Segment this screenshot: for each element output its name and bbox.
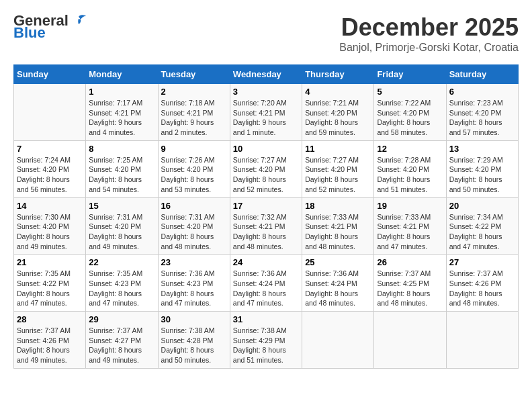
day-info: Sunrise: 7:37 AMSunset: 4:26 PMDaylight:…	[17, 326, 83, 365]
calendar-cell	[446, 312, 518, 369]
calendar-table: SundayMondayTuesdayWednesdayThursdayFrid…	[13, 64, 519, 369]
day-header-wednesday: Wednesday	[230, 65, 302, 84]
calendar-cell: 19Sunrise: 7:33 AMSunset: 4:21 PMDayligh…	[374, 197, 446, 255]
day-info: Sunrise: 7:32 AMSunset: 4:21 PMDaylight:…	[233, 212, 299, 252]
day-number: 12	[377, 144, 443, 154]
calendar-cell: 26Sunrise: 7:37 AMSunset: 4:25 PMDayligh…	[374, 255, 446, 312]
day-number: 20	[449, 201, 515, 211]
calendar-cell: 6Sunrise: 7:23 AMSunset: 4:20 PMDaylight…	[446, 84, 518, 141]
day-info: Sunrise: 7:38 AMSunset: 4:29 PMDaylight:…	[233, 326, 299, 365]
day-number: 4	[305, 87, 371, 97]
calendar-cell: 10Sunrise: 7:27 AMSunset: 4:20 PMDayligh…	[230, 140, 302, 197]
day-number: 28	[17, 314, 83, 324]
day-info: Sunrise: 7:26 AMSunset: 4:20 PMDaylight:…	[161, 155, 227, 195]
day-number: 30	[161, 314, 227, 324]
day-number: 6	[449, 87, 515, 97]
calendar-week-row: 7Sunrise: 7:24 AMSunset: 4:20 PMDaylight…	[14, 140, 519, 197]
day-info: Sunrise: 7:34 AMSunset: 4:22 PMDaylight:…	[449, 212, 515, 252]
calendar-cell: 4Sunrise: 7:21 AMSunset: 4:20 PMDaylight…	[302, 84, 374, 141]
calendar-cell: 11Sunrise: 7:27 AMSunset: 4:20 PMDayligh…	[302, 140, 374, 197]
day-info: Sunrise: 7:28 AMSunset: 4:20 PMDaylight:…	[377, 155, 443, 195]
day-number: 18	[305, 201, 371, 211]
day-number: 8	[89, 144, 154, 154]
day-info: Sunrise: 7:24 AMSunset: 4:20 PMDaylight:…	[17, 155, 83, 195]
day-header-sunday: Sunday	[14, 65, 86, 84]
day-number: 9	[161, 144, 227, 154]
page-header: General Blue December 2025 Banjol, Primo…	[13, 13, 519, 54]
day-info: Sunrise: 7:17 AMSunset: 4:21 PMDaylight:…	[89, 98, 154, 138]
day-number: 10	[233, 144, 299, 154]
day-info: Sunrise: 7:20 AMSunset: 4:21 PMDaylight:…	[233, 98, 299, 138]
calendar-cell	[302, 312, 374, 369]
calendar-cell	[374, 312, 446, 369]
calendar-cell: 17Sunrise: 7:32 AMSunset: 4:21 PMDayligh…	[230, 197, 302, 255]
day-number: 3	[233, 87, 299, 97]
day-info: Sunrise: 7:37 AMSunset: 4:25 PMDaylight:…	[377, 269, 443, 308]
calendar-week-row: 1Sunrise: 7:17 AMSunset: 4:21 PMDaylight…	[14, 84, 519, 141]
calendar-cell: 25Sunrise: 7:36 AMSunset: 4:24 PMDayligh…	[302, 255, 374, 312]
day-info: Sunrise: 7:29 AMSunset: 4:20 PMDaylight:…	[449, 155, 515, 195]
day-number: 13	[449, 144, 515, 154]
calendar-cell: 29Sunrise: 7:37 AMSunset: 4:27 PMDayligh…	[86, 312, 158, 369]
day-number: 25	[305, 257, 371, 267]
day-info: Sunrise: 7:25 AMSunset: 4:20 PMDaylight:…	[89, 155, 154, 195]
day-info: Sunrise: 7:36 AMSunset: 4:23 PMDaylight:…	[161, 269, 227, 308]
calendar-cell: 24Sunrise: 7:36 AMSunset: 4:24 PMDayligh…	[230, 255, 302, 312]
calendar-cell: 31Sunrise: 7:38 AMSunset: 4:29 PMDayligh…	[230, 312, 302, 369]
logo-bird-icon	[71, 14, 86, 28]
day-info: Sunrise: 7:31 AMSunset: 4:20 PMDaylight:…	[89, 212, 154, 252]
calendar-cell: 30Sunrise: 7:38 AMSunset: 4:28 PMDayligh…	[158, 312, 230, 369]
calendar-cell: 9Sunrise: 7:26 AMSunset: 4:20 PMDaylight…	[158, 140, 230, 197]
calendar-cell: 5Sunrise: 7:22 AMSunset: 4:20 PMDaylight…	[374, 84, 446, 141]
day-info: Sunrise: 7:23 AMSunset: 4:20 PMDaylight:…	[449, 98, 515, 138]
calendar-cell: 16Sunrise: 7:31 AMSunset: 4:20 PMDayligh…	[158, 197, 230, 255]
day-number: 14	[17, 201, 83, 211]
day-number: 2	[161, 87, 227, 97]
day-header-saturday: Saturday	[446, 65, 518, 84]
calendar-cell: 20Sunrise: 7:34 AMSunset: 4:22 PMDayligh…	[446, 197, 518, 255]
day-number: 15	[89, 201, 154, 211]
calendar-cell: 28Sunrise: 7:37 AMSunset: 4:26 PMDayligh…	[14, 312, 86, 369]
calendar-cell: 15Sunrise: 7:31 AMSunset: 4:20 PMDayligh…	[86, 197, 158, 255]
calendar-cell	[14, 84, 86, 141]
calendar-cell: 14Sunrise: 7:30 AMSunset: 4:20 PMDayligh…	[14, 197, 86, 255]
calendar-cell: 13Sunrise: 7:29 AMSunset: 4:20 PMDayligh…	[446, 140, 518, 197]
calendar-cell: 18Sunrise: 7:33 AMSunset: 4:21 PMDayligh…	[302, 197, 374, 255]
day-number: 19	[377, 201, 443, 211]
calendar-week-row: 21Sunrise: 7:35 AMSunset: 4:22 PMDayligh…	[14, 255, 519, 312]
calendar-cell: 1Sunrise: 7:17 AMSunset: 4:21 PMDaylight…	[86, 84, 158, 141]
day-header-thursday: Thursday	[302, 65, 374, 84]
day-number: 17	[233, 201, 299, 211]
logo-blue-text: Blue	[13, 26, 46, 40]
calendar-week-row: 14Sunrise: 7:30 AMSunset: 4:20 PMDayligh…	[14, 197, 519, 255]
calendar-cell: 2Sunrise: 7:18 AMSunset: 4:21 PMDaylight…	[158, 84, 230, 141]
calendar-cell: 8Sunrise: 7:25 AMSunset: 4:20 PMDaylight…	[86, 140, 158, 197]
day-info: Sunrise: 7:36 AMSunset: 4:24 PMDaylight:…	[233, 269, 299, 308]
calendar-cell: 3Sunrise: 7:20 AMSunset: 4:21 PMDaylight…	[230, 84, 302, 141]
day-info: Sunrise: 7:27 AMSunset: 4:20 PMDaylight:…	[305, 155, 371, 195]
calendar-cell: 23Sunrise: 7:36 AMSunset: 4:23 PMDayligh…	[158, 255, 230, 312]
day-header-friday: Friday	[374, 65, 446, 84]
day-info: Sunrise: 7:36 AMSunset: 4:24 PMDaylight:…	[305, 269, 371, 308]
day-info: Sunrise: 7:37 AMSunset: 4:26 PMDaylight:…	[449, 269, 515, 308]
day-number: 22	[89, 257, 154, 267]
day-info: Sunrise: 7:38 AMSunset: 4:28 PMDaylight:…	[161, 326, 227, 365]
day-info: Sunrise: 7:35 AMSunset: 4:23 PMDaylight:…	[89, 269, 154, 308]
day-info: Sunrise: 7:35 AMSunset: 4:22 PMDaylight:…	[17, 269, 83, 308]
day-header-monday: Monday	[86, 65, 158, 84]
day-info: Sunrise: 7:21 AMSunset: 4:20 PMDaylight:…	[305, 98, 371, 138]
logo: General Blue	[13, 13, 86, 40]
location-subtitle: Banjol, Primorje-Gorski Kotar, Croatia	[339, 42, 519, 54]
calendar-cell: 12Sunrise: 7:28 AMSunset: 4:20 PMDayligh…	[374, 140, 446, 197]
calendar-cell: 22Sunrise: 7:35 AMSunset: 4:23 PMDayligh…	[86, 255, 158, 312]
day-number: 16	[161, 201, 227, 211]
day-number: 27	[449, 257, 515, 267]
calendar-cell: 7Sunrise: 7:24 AMSunset: 4:20 PMDaylight…	[14, 140, 86, 197]
day-info: Sunrise: 7:27 AMSunset: 4:20 PMDaylight:…	[233, 155, 299, 195]
day-number: 7	[17, 144, 83, 154]
day-number: 31	[233, 314, 299, 324]
day-number: 11	[305, 144, 371, 154]
day-info: Sunrise: 7:22 AMSunset: 4:20 PMDaylight:…	[377, 98, 443, 138]
month-title: December 2025	[339, 13, 519, 42]
title-block: December 2025 Banjol, Primorje-Gorski Ko…	[339, 13, 519, 54]
